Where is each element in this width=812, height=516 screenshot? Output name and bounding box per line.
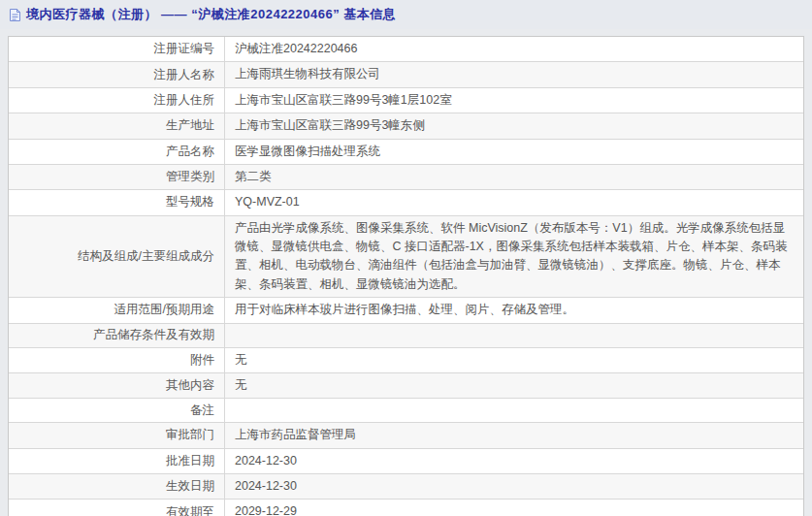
row-value: 医学显微图像扫描处理系统 <box>225 140 803 164</box>
table-row: 管理类别第二类 <box>9 165 803 190</box>
table-row: 产品储存条件及有效期 <box>9 324 803 348</box>
row-label: 产品储存条件及有效期 <box>9 324 225 347</box>
row-value: 上海市宝山区富联三路99号3幢东侧 <box>225 113 803 138</box>
row-value-text: 2024-12-30 <box>235 477 297 496</box>
table-row: 批准日期2024-12-30 <box>9 449 803 474</box>
row-value-text: 上海市药品监督管理局 <box>235 426 356 444</box>
row-label: 生产地址 <box>9 113 225 138</box>
document-icon <box>9 8 21 22</box>
row-label: 备注 <box>9 399 225 422</box>
row-value: 上海雨琪生物科技有限公司 <box>225 62 803 86</box>
table-row: 注册人住所上海市宝山区富联三路99号3幢1层102室 <box>9 88 803 113</box>
row-label-text: 结构及组成/主要组成成分 <box>78 248 214 265</box>
row-label-text: 审批部门 <box>166 427 214 443</box>
table-row: 其他内容无 <box>9 373 803 399</box>
row-label-text: 注册人名称 <box>154 67 215 83</box>
row-value-text: 医学显微图像扫描处理系统 <box>235 143 380 161</box>
row-label-text: 管理类别 <box>166 169 214 185</box>
row-label: 管理类别 <box>9 165 225 189</box>
row-value-text: 上海市宝山区富联三路99号3幢1层102室 <box>235 91 452 110</box>
row-label: 附件 <box>9 348 225 372</box>
row-label: 有效期至 <box>9 500 225 516</box>
table-row: 生产地址上海市宝山区富联三路99号3幢东侧 <box>9 113 803 139</box>
page-header: 境内医疗器械（注册） —— “沪械注准20242220466” 基本信息 <box>0 0 812 29</box>
row-label-text: 适用范围/预期用途 <box>114 302 214 318</box>
row-label: 适用范围/预期用途 <box>9 298 225 322</box>
row-label-text: 生产地址 <box>166 117 214 134</box>
row-value-text: 2029-12-29 <box>235 502 297 516</box>
row-label-text: 产品储存条件及有效期 <box>93 327 214 343</box>
table-row: 备注 <box>9 399 803 423</box>
row-label-text: 注册人住所 <box>154 92 215 109</box>
row-label-text: 备注 <box>190 403 214 419</box>
row-label-text: 有效期至 <box>166 504 214 516</box>
row-value: 产品由光学成像系统、图像采集系统、软件 MicVisionZ（发布版本号：V1）… <box>225 216 803 298</box>
row-label: 注册人名称 <box>9 62 225 86</box>
row-label: 注册人住所 <box>9 88 225 113</box>
row-label-text: 其他内容 <box>166 377 214 394</box>
row-label: 生效日期 <box>9 474 225 499</box>
row-value-text: 第二类 <box>235 168 272 186</box>
row-value-text: 2024-12-30 <box>235 452 297 470</box>
row-value <box>225 399 803 422</box>
table-row: 生效日期2024-12-30 <box>9 474 803 500</box>
row-value-text: 无 <box>235 376 247 395</box>
row-value: 无 <box>225 373 803 398</box>
table-row: 型号规格YQ-MVZ-01 <box>9 190 803 215</box>
row-value: 用于对临床样本玻片进行图像扫描、处理、阅片、存储及管理。 <box>225 298 803 322</box>
table-row: 适用范围/预期用途用于对临床样本玻片进行图像扫描、处理、阅片、存储及管理。 <box>9 298 803 323</box>
row-value: 无 <box>225 348 803 372</box>
page-title: 境内医疗器械（注册） —— “沪械注准20242220466” 基本信息 <box>26 6 396 23</box>
row-label-text: 产品名称 <box>166 144 214 160</box>
row-label: 注册证编号 <box>9 37 225 61</box>
row-value: 沪械注准20242220466 <box>225 37 803 61</box>
info-table: 注册证编号沪械注准20242220466注册人名称上海雨琪生物科技有限公司注册人… <box>8 36 804 516</box>
row-value: 第二类 <box>225 165 803 189</box>
row-label: 结构及组成/主要组成成分 <box>9 216 225 298</box>
table-row: 审批部门上海市药品监督管理局 <box>9 423 803 448</box>
row-value: 2024-12-30 <box>225 449 803 473</box>
table-row: 附件无 <box>9 348 803 373</box>
row-label-text: 生效日期 <box>166 478 214 495</box>
table-row: 注册证编号沪械注准20242220466 <box>9 37 803 62</box>
table-row: 结构及组成/主要组成成分产品由光学成像系统、图像采集系统、软件 MicVisio… <box>9 216 803 299</box>
row-label: 型号规格 <box>9 190 225 214</box>
row-label: 批准日期 <box>9 449 225 473</box>
row-value <box>225 324 803 347</box>
table-row: 产品名称医学显微图像扫描处理系统 <box>9 140 803 165</box>
row-value: YQ-MVZ-01 <box>225 190 803 214</box>
table-row: 注册人名称上海雨琪生物科技有限公司 <box>9 62 803 87</box>
row-value-text: 无 <box>235 351 247 370</box>
row-label-text: 批准日期 <box>166 453 214 469</box>
row-value: 上海市药品监督管理局 <box>225 423 803 447</box>
row-value-text: 产品由光学成像系统、图像采集系统、软件 MicVisionZ（发布版本号：V1）… <box>235 219 794 295</box>
row-value: 上海市宝山区富联三路99号3幢1层102室 <box>225 88 803 113</box>
row-value-text: 上海雨琪生物科技有限公司 <box>235 65 380 83</box>
row-value-text: YQ-MVZ-01 <box>235 193 300 211</box>
table-row: 有效期至2029-12-29 <box>9 500 803 516</box>
row-value: 2029-12-29 <box>225 500 803 516</box>
row-label: 产品名称 <box>9 140 225 164</box>
row-value-text: 用于对临床样本玻片进行图像扫描、处理、阅片、存储及管理。 <box>235 301 574 319</box>
row-value: 2024-12-30 <box>225 474 803 499</box>
row-label-text: 型号规格 <box>166 194 214 210</box>
row-label-text: 注册证编号 <box>154 41 215 57</box>
row-label: 审批部门 <box>9 423 225 447</box>
row-label: 其他内容 <box>9 373 225 398</box>
row-value-text: 上海市宝山区富联三路99号3幢东侧 <box>235 116 425 135</box>
row-label-text: 附件 <box>190 352 214 369</box>
row-value-text: 沪械注准20242220466 <box>235 40 357 58</box>
